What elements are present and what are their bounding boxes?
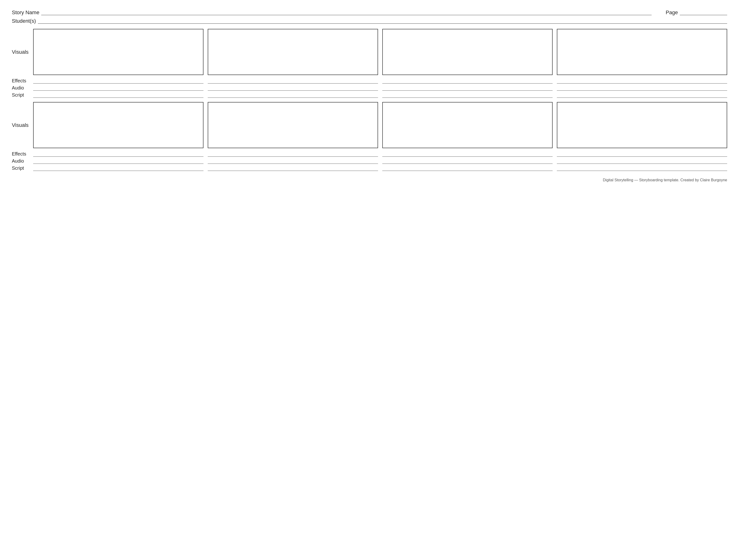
audio-lines-1 (33, 85, 727, 90)
audio-label-1: Audio (12, 85, 33, 90)
effects-row-2: Effects (12, 151, 727, 157)
effects-line-2-4 (557, 151, 727, 157)
script-line-2-3 (382, 165, 553, 171)
audio-line-1-4 (557, 85, 727, 90)
frame-box-2-4 (557, 102, 727, 148)
story-name-row: Story Name Page (12, 9, 727, 16)
effects-line-2-1 (33, 151, 203, 157)
frame-box-1-1 (33, 29, 203, 75)
effects-lines-2 (33, 151, 727, 157)
audio-row-1: Audio (12, 85, 727, 90)
story-name-label: Story Name (12, 9, 39, 16)
audio-line-1-2 (208, 85, 378, 90)
frame-box-2-2 (208, 102, 378, 148)
header: Story Name Page Student(s) (12, 9, 727, 24)
script-label-1: Script (12, 92, 33, 98)
script-lines-2 (33, 165, 727, 171)
visuals-row-2: Visuals (12, 102, 727, 148)
page-label: Page (666, 9, 678, 16)
frame-box-2-1 (33, 102, 203, 148)
effects-line-1-2 (208, 78, 378, 83)
students-line (38, 23, 727, 24)
audio-label-2: Audio (12, 158, 33, 164)
script-line-1-2 (208, 92, 378, 98)
script-row-1: Script (12, 92, 727, 98)
storyboard-section-2: Visuals Effects Audio (12, 102, 727, 171)
footer-text: Digital Storytelling — Storyboarding tem… (603, 178, 727, 182)
frames-container-2 (33, 102, 727, 148)
audio-line-2-4 (557, 158, 727, 164)
script-line-1-3 (382, 92, 553, 98)
effects-row-1: Effects (12, 78, 727, 83)
audio-line-2-2 (208, 158, 378, 164)
script-label-2: Script (12, 165, 33, 171)
effects-lines-1 (33, 78, 727, 83)
effects-line-1-3 (382, 78, 553, 83)
effects-line-2-3 (382, 151, 553, 157)
script-line-1-1 (33, 92, 203, 98)
audio-lines-2 (33, 158, 727, 164)
visuals-label-1: Visuals (12, 49, 33, 55)
script-line-2-1 (33, 165, 203, 171)
audio-line-1-3 (382, 85, 553, 90)
storyboard-section-1: Visuals Effects Audio (12, 29, 727, 98)
frame-box-1-3 (382, 29, 553, 75)
script-row-2: Script (12, 165, 727, 171)
audio-line-1-1 (33, 85, 203, 90)
audio-line-2-3 (382, 158, 553, 164)
students-label: Student(s) (12, 18, 36, 24)
footer: Digital Storytelling — Storyboarding tem… (12, 178, 727, 182)
frame-box-1-4 (557, 29, 727, 75)
effects-line-1-1 (33, 78, 203, 83)
frames-container-1 (33, 29, 727, 75)
effects-line-1-4 (557, 78, 727, 83)
visuals-row-1: Visuals (12, 29, 727, 75)
audio-line-2-1 (33, 158, 203, 164)
fields-section-1: Effects Audio Script (12, 78, 727, 98)
effects-label-2: Effects (12, 151, 33, 157)
script-line-1-4 (557, 92, 727, 98)
audio-row-2: Audio (12, 158, 727, 164)
effects-label-1: Effects (12, 78, 33, 83)
frame-box-2-3 (382, 102, 553, 148)
fields-section-2: Effects Audio Script (12, 151, 727, 171)
visuals-label-2: Visuals (12, 122, 33, 128)
script-lines-1 (33, 92, 727, 98)
frame-box-1-2 (208, 29, 378, 75)
students-row: Student(s) (12, 18, 727, 24)
script-line-2-2 (208, 165, 378, 171)
effects-line-2-2 (208, 151, 378, 157)
script-line-2-4 (557, 165, 727, 171)
